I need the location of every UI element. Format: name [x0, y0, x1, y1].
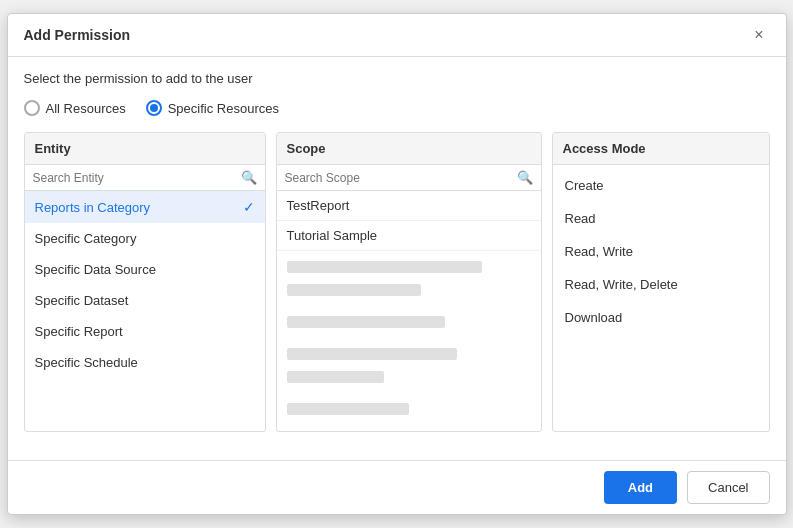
- entity-panel-header: Entity: [25, 133, 265, 165]
- all-resources-option[interactable]: All Resources: [24, 100, 126, 116]
- entity-list: Reports in Category ✓ Specific Category …: [25, 191, 265, 431]
- entity-item-label: Specific Report: [35, 324, 123, 339]
- access-item-download[interactable]: Download: [553, 301, 769, 334]
- all-resources-label: All Resources: [46, 101, 126, 116]
- check-icon: ✓: [243, 199, 255, 215]
- access-panel-header: Access Mode: [553, 133, 769, 165]
- panels-container: Entity 🔍 Reports in Category ✓ Specific …: [24, 132, 770, 432]
- entity-item-label: Specific Category: [35, 231, 137, 246]
- scope-placeholder-group-4: [277, 393, 541, 425]
- all-resources-radio[interactable]: [24, 100, 40, 116]
- scope-panel-header: Scope: [277, 133, 541, 165]
- entity-item-label: Specific Schedule: [35, 355, 138, 370]
- access-item-read-write[interactable]: Read, Write: [553, 235, 769, 268]
- dialog-title: Add Permission: [24, 27, 131, 43]
- scope-item-label: TestReport: [287, 198, 350, 213]
- access-item-label: Read: [565, 211, 596, 226]
- scope-search-box: 🔍: [277, 165, 541, 191]
- scope-placeholder-group-5: [277, 425, 541, 431]
- add-permission-dialog: Add Permission × Select the permission t…: [7, 13, 787, 515]
- access-item-read[interactable]: Read: [553, 202, 769, 235]
- placeholder-bar: [287, 316, 446, 328]
- placeholder-bar: [287, 371, 385, 383]
- entity-item-specific-data-source[interactable]: Specific Data Source: [25, 254, 265, 285]
- close-button[interactable]: ×: [748, 24, 769, 46]
- access-item-label: Create: [565, 178, 604, 193]
- dialog-subtitle: Select the permission to add to the user: [24, 71, 770, 86]
- specific-resources-radio[interactable]: [146, 100, 162, 116]
- entity-item-specific-category[interactable]: Specific Category: [25, 223, 265, 254]
- entity-item-label: Reports in Category: [35, 200, 151, 215]
- access-item-label: Download: [565, 310, 623, 325]
- scope-item-testreport[interactable]: TestReport: [277, 191, 541, 221]
- entity-item-label: Specific Data Source: [35, 262, 156, 277]
- dialog-body: Select the permission to add to the user…: [8, 57, 786, 460]
- entity-search-icon: 🔍: [241, 170, 257, 185]
- scope-list[interactable]: TestReport Tutorial Sample: [277, 191, 541, 431]
- access-list: Create Read Read, Write Read, Write, Del…: [553, 165, 769, 405]
- placeholder-bar: [287, 403, 409, 415]
- entity-item-reports-in-category[interactable]: Reports in Category ✓: [25, 191, 265, 223]
- access-item-label: Read, Write: [565, 244, 633, 259]
- resource-type-selection: All Resources Specific Resources: [24, 100, 770, 116]
- scope-placeholder-group-1: [277, 251, 541, 306]
- entity-item-specific-schedule[interactable]: Specific Schedule: [25, 347, 265, 378]
- dialog-footer: Add Cancel: [8, 460, 786, 514]
- scope-panel: Scope 🔍 TestReport Tutorial Sample: [276, 132, 542, 432]
- entity-item-label: Specific Dataset: [35, 293, 129, 308]
- entity-item-specific-dataset[interactable]: Specific Dataset: [25, 285, 265, 316]
- dialog-header: Add Permission ×: [8, 14, 786, 57]
- placeholder-bar: [287, 348, 458, 360]
- placeholder-bar: [287, 261, 482, 273]
- scope-item-tutorial-sample[interactable]: Tutorial Sample: [277, 221, 541, 251]
- entity-panel: Entity 🔍 Reports in Category ✓ Specific …: [24, 132, 266, 432]
- access-item-read-write-delete[interactable]: Read, Write, Delete: [553, 268, 769, 301]
- entity-item-specific-report[interactable]: Specific Report: [25, 316, 265, 347]
- scope-search-icon: 🔍: [517, 170, 533, 185]
- specific-resources-label: Specific Resources: [168, 101, 279, 116]
- specific-resources-option[interactable]: Specific Resources: [146, 100, 279, 116]
- access-item-create[interactable]: Create: [553, 169, 769, 202]
- scope-placeholder-group-3: [277, 338, 541, 393]
- scope-placeholder-group-2: [277, 306, 541, 338]
- cancel-button[interactable]: Cancel: [687, 471, 769, 504]
- placeholder-bar: [287, 284, 421, 296]
- entity-search-box: 🔍: [25, 165, 265, 191]
- add-button[interactable]: Add: [604, 471, 677, 504]
- entity-search-input[interactable]: [33, 171, 241, 185]
- access-panel: Access Mode Create Read Read, Write Read…: [552, 132, 770, 432]
- scope-search-input[interactable]: [285, 171, 517, 185]
- scope-item-label: Tutorial Sample: [287, 228, 378, 243]
- access-item-label: Read, Write, Delete: [565, 277, 678, 292]
